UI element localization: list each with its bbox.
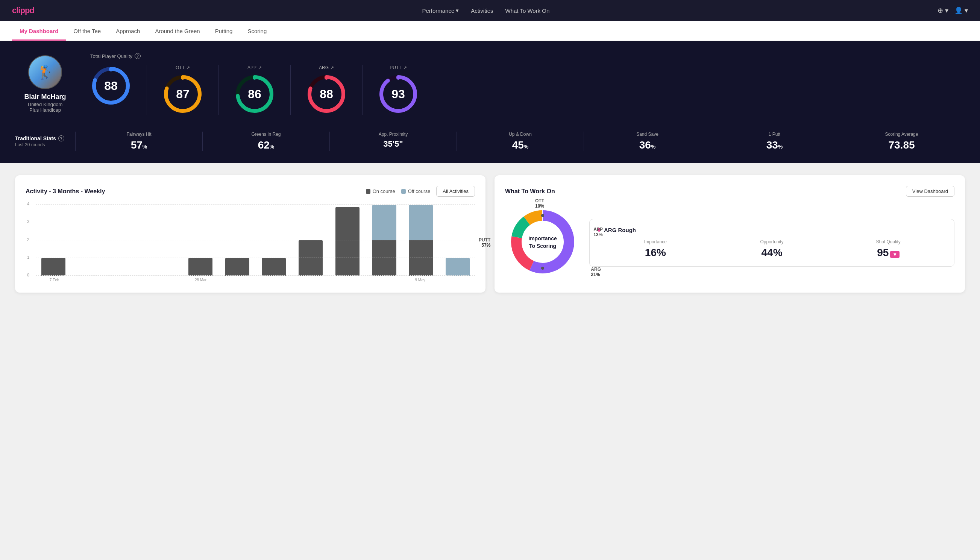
- user-button[interactable]: 👤 ▾: [954, 7, 968, 15]
- legend-on-course: On course: [366, 188, 395, 194]
- putt-score-value: 93: [391, 87, 405, 101]
- bars-row: [36, 204, 475, 276]
- logo[interactable]: clippd: [12, 6, 34, 15]
- nav-links: Performance ▾ Activities What To Work On: [422, 7, 549, 14]
- score-card-app: APP ↗ 86: [219, 65, 291, 115]
- score-card-arg: ARG ↗ 88: [291, 65, 363, 115]
- bar-off-10: [372, 205, 396, 240]
- label-arg: ARG21%: [591, 267, 601, 277]
- stat-greens-in-reg: Greens In Reg 62%: [202, 132, 329, 151]
- add-button[interactable]: ⊕ ▾: [937, 7, 948, 15]
- label-app: APP12%: [593, 227, 603, 237]
- bar-group-5: [183, 206, 218, 276]
- view-dashboard-button[interactable]: View Dashboard: [906, 186, 954, 197]
- work-card: What To Work On View Dashboard OTT10% AP…: [494, 175, 965, 293]
- bar-on-10: [372, 240, 396, 276]
- bar-chart-container: 4 3 2 1 0: [26, 204, 475, 282]
- score-label-app: APP ↗: [248, 65, 262, 70]
- activity-card-header: Activity - 3 Months - Weekly On course O…: [26, 186, 475, 197]
- svg-point-8: [253, 76, 256, 80]
- score-card-ott: OTT ↗ 87: [147, 65, 219, 115]
- bar-on-6: [225, 258, 249, 276]
- arg-donut: 88: [306, 73, 347, 115]
- bar-group-7: [257, 206, 291, 276]
- ott-donut: 87: [162, 73, 203, 115]
- work-donut-area: OTT10% APP12% ARG21% PUTT57%: [505, 204, 580, 281]
- work-inner: OTT10% APP12% ARG21% PUTT57%: [505, 204, 954, 281]
- stat-fairways-hit: Fairways Hit 57%: [75, 132, 202, 151]
- score-label-arg: ARG ↗: [319, 65, 334, 70]
- chart-legend: On course Off course: [366, 188, 431, 194]
- tab-bar: My Dashboard Off the Tee Approach Around…: [0, 21, 980, 41]
- stat-items: Fairways Hit 57% Greens In Reg 62% App. …: [75, 132, 965, 151]
- app-score-value: 86: [248, 87, 261, 101]
- activity-card: Activity - 3 Months - Weekly On course O…: [15, 175, 486, 293]
- traditional-stats: Traditional Stats ? Last 20 rounds Fairw…: [15, 124, 965, 151]
- stat-up-down: Up & Down 45%: [456, 132, 584, 151]
- bar-off-11: [409, 205, 433, 240]
- metric-shot-quality: Shot Quality 95▼: [830, 239, 947, 259]
- metric-opportunity: Opportunity 44%: [714, 239, 830, 259]
- stat-scoring-avg: Scoring Average 73.85: [838, 132, 965, 151]
- svg-point-14: [396, 76, 400, 80]
- svg-point-11: [324, 76, 328, 80]
- avatar: 🏌️: [28, 55, 62, 89]
- score-cards: 88 OTT ↗ 87: [90, 65, 965, 115]
- x-axis-labels: 7 Feb 28 Mar 9 May: [36, 278, 475, 282]
- bar-on-8: [299, 240, 323, 276]
- tab-scoring[interactable]: Scoring: [240, 21, 274, 41]
- total-quality-label: Total Player Quality ?: [90, 53, 965, 59]
- tab-my-dashboard[interactable]: My Dashboard: [12, 21, 66, 41]
- legend-dot-off: [401, 189, 406, 194]
- app-donut: 86: [234, 73, 275, 115]
- hero-section: 🏌️ Blair McHarg United Kingdom Plus Hand…: [0, 41, 980, 163]
- svg-point-20: [541, 267, 544, 270]
- trad-stats-subtitle: Last 20 rounds: [15, 142, 75, 147]
- work-card-header: What To Work On View Dashboard: [505, 186, 954, 197]
- bar-on-11: [409, 240, 433, 276]
- bar-group-9: [330, 206, 365, 276]
- info-metrics: Importance 16% Opportunity 44% Shot Qual…: [597, 239, 947, 259]
- all-activities-button[interactable]: All Activities: [436, 186, 475, 197]
- svg-point-19: [541, 214, 544, 217]
- player-country: United Kingdom: [28, 102, 63, 107]
- svg-point-5: [181, 76, 185, 80]
- hero-top: 🏌️ Blair McHarg United Kingdom Plus Hand…: [15, 53, 965, 115]
- total-score-value: 88: [104, 79, 118, 93]
- legend-dot-on: [366, 189, 370, 194]
- work-card-title: What To Work On: [505, 188, 555, 195]
- bar-group-1: [36, 206, 71, 276]
- tab-approach[interactable]: Approach: [108, 21, 147, 41]
- main-content: Activity - 3 Months - Weekly On course O…: [0, 163, 980, 305]
- score-label-ott: OTT ↗: [176, 65, 190, 70]
- trad-stats-label: Traditional Stats ? Last 20 rounds: [15, 135, 75, 147]
- arg-rough-card: ARG Rough Importance 16% Opportunity 44%…: [589, 219, 954, 267]
- activity-card-title: Activity - 3 Months - Weekly: [26, 188, 105, 195]
- scores-section: Total Player Quality ? 88: [90, 53, 965, 115]
- score-label-putt: PUTT ↗: [389, 65, 406, 70]
- shot-quality-badge: ▼: [890, 251, 900, 258]
- score-card-total: 88: [90, 65, 147, 115]
- bar-on-1: [42, 258, 65, 276]
- bar-group-12: [440, 206, 475, 276]
- stat-app-proximity: App. Proximity 35'5": [329, 132, 456, 151]
- top-nav: clippd Performance ▾ Activities What To …: [0, 0, 980, 21]
- bar-group-6: [220, 206, 255, 276]
- bar-off-12: [446, 258, 470, 276]
- putt-donut: 93: [378, 73, 419, 115]
- total-quality-info-icon[interactable]: ?: [135, 53, 141, 59]
- bar-group-8: [293, 206, 328, 276]
- tab-off-the-tee[interactable]: Off the Tee: [66, 21, 108, 41]
- svg-point-2: [109, 68, 113, 72]
- bar-on-9: [335, 207, 359, 276]
- nav-performance[interactable]: Performance ▾: [422, 7, 459, 14]
- tab-putting[interactable]: Putting: [208, 21, 240, 41]
- ott-score-value: 87: [176, 87, 190, 101]
- tab-around-the-green[interactable]: Around the Green: [147, 21, 207, 41]
- trad-stats-info-icon[interactable]: ?: [58, 135, 64, 142]
- player-info: 🏌️ Blair McHarg United Kingdom Plus Hand…: [15, 55, 75, 113]
- arg-score-value: 88: [319, 87, 333, 101]
- bar-on-7: [262, 258, 286, 276]
- nav-what-to-work-on[interactable]: What To Work On: [505, 8, 549, 14]
- nav-activities[interactable]: Activities: [471, 8, 493, 14]
